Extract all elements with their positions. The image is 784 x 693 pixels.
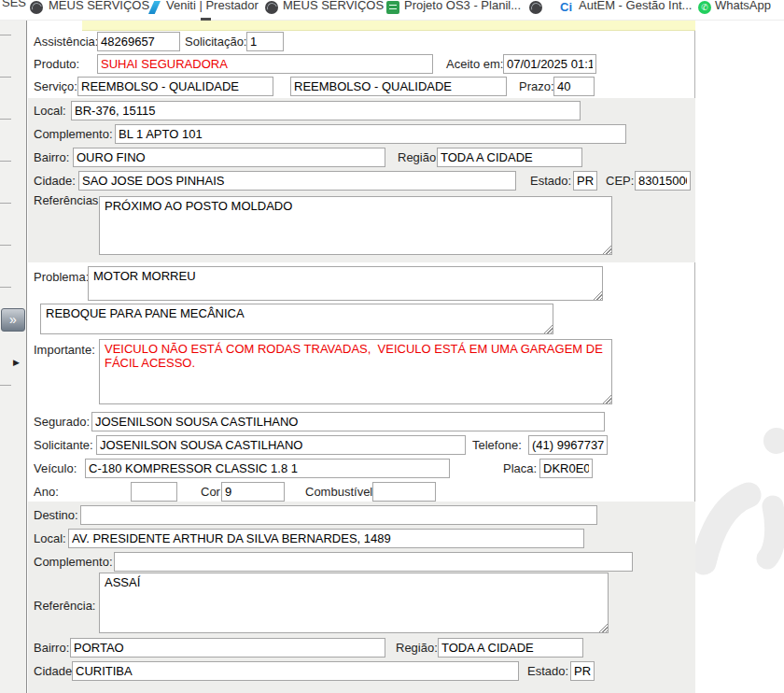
destino-estado-label: Estado:: [527, 663, 568, 679]
placa-input[interactable]: [539, 459, 593, 478]
local-label: Local:: [34, 103, 66, 119]
assistencia-label: Assistência:: [34, 34, 98, 50]
bookmark-label: MEUS SERVIÇOS: [283, 0, 384, 15]
cor-input[interactable]: [221, 482, 285, 502]
regiao-input[interactable]: [437, 148, 582, 167]
problema-textarea[interactable]: MOTOR MORREU: [88, 266, 603, 301]
telefone-label: Telefone:: [472, 437, 522, 453]
estado-label: Estado:: [530, 173, 571, 189]
estado-input[interactable]: [573, 171, 597, 191]
assistance-form: Assistência: Solicitação: Produto: Aceit…: [28, 21, 695, 693]
whatsapp-icon: ✆: [698, 1, 711, 14]
segurado-input[interactable]: [91, 412, 605, 431]
veiculo-label: Veículo:: [34, 460, 77, 476]
bairro-label: Bairro:: [34, 149, 69, 165]
bookmark-label: WhatsApp: [715, 0, 771, 15]
prazo-label: Prazo:: [519, 78, 554, 94]
local-input[interactable]: [71, 101, 581, 120]
veniti-icon: [148, 1, 161, 14]
destino-bairro-label: Bairro:: [34, 640, 69, 656]
telefone-input[interactable]: [528, 435, 608, 455]
assistencia-input[interactable]: [97, 32, 180, 51]
complemento-label: Complemento:: [34, 126, 113, 142]
placa-label: Placa:: [503, 460, 537, 476]
servico-input[interactable]: [77, 77, 273, 96]
solicitante-label: Solicitante:: [34, 437, 93, 453]
complemento-input[interactable]: [115, 124, 626, 144]
destino-bairro-input[interactable]: [70, 638, 385, 658]
combustivel-label: Combustível:: [305, 484, 376, 500]
bookmark-clipped-text[interactable]: SES: [2, 0, 26, 9]
cidade-input[interactable]: [78, 171, 516, 191]
panel-divider: [0, 35, 11, 35]
servico-label: Serviço:: [34, 78, 77, 94]
panel-divider: [0, 119, 11, 120]
globe-icon: [30, 1, 43, 14]
destino-label: Destino:: [34, 507, 78, 523]
produto-input[interactable]: [97, 54, 433, 74]
problema-label: Problema:: [34, 269, 89, 285]
destino-cidade-input[interactable]: [72, 661, 519, 681]
destino-regiao-label: Região:: [396, 640, 438, 656]
bookmark-label: MEUS SERVIÇOS: [49, 0, 149, 15]
globe-icon: [529, 1, 542, 14]
panel-divider: [0, 385, 11, 386]
globe-icon: [265, 1, 278, 14]
cor-label: Cor:: [201, 484, 224, 500]
combustivel-input[interactable]: [372, 482, 436, 502]
destino-input[interactable]: [80, 505, 597, 525]
header-strip: [82, 21, 695, 31]
destino-local-label: Local:: [34, 530, 66, 546]
solicitante-input[interactable]: [96, 435, 466, 455]
destino-local-input[interactable]: [68, 529, 584, 548]
solicitacao-label: Solicitação:: [185, 34, 246, 50]
panel-divider: [0, 203, 11, 204]
servico-descricao-textarea[interactable]: REBOQUE PARA PANE MECÂNICA: [40, 304, 553, 334]
importante-label: Importante:: [34, 342, 95, 358]
spreadsheet-icon: [386, 1, 399, 14]
ano-input[interactable]: [131, 482, 177, 502]
bookmark-label: AutEM - Gestão Int...: [579, 0, 692, 15]
importante-textarea[interactable]: VEICULO NÃO ESTÁ COM RODAS TRAVADAS, VEI…: [99, 339, 612, 404]
destino-estado-input[interactable]: [570, 661, 595, 681]
produto-label: Produto:: [34, 56, 79, 72]
bookmark-label: Projeto OS3 - Planil...: [404, 0, 521, 15]
expand-panel-button[interactable]: »: [1, 308, 25, 332]
destino-referencia-label: Referência:: [34, 598, 95, 614]
veiculo-input[interactable]: [85, 459, 450, 478]
destino-referencia-textarea[interactable]: ASSAÍ: [99, 573, 609, 633]
panel-arrow-icon[interactable]: ▶: [13, 358, 20, 367]
referencias-label: Referências:: [34, 192, 102, 208]
segurado-label: Segurado:: [34, 414, 90, 430]
logo-watermark: [691, 392, 784, 607]
bookmarks-bar: SES MEUS SERVIÇOS Veniti | Prestador MEU…: [0, 0, 784, 21]
bairro-input[interactable]: [73, 148, 385, 167]
panel-divider: [0, 245, 11, 246]
collapsed-side-panel: » ▶: [0, 21, 27, 693]
cidade-label: Cidade:: [34, 173, 76, 189]
referencias-textarea[interactable]: PRÓXIMO AO POSTO MOLDADO: [99, 196, 612, 255]
panel-divider: [0, 287, 11, 288]
cep-input[interactable]: [635, 171, 691, 191]
autem-icon: Ci: [560, 1, 572, 14]
destino-complemento-label: Complemento:: [34, 554, 113, 570]
bookmark-label: Veniti | Prestador: [166, 0, 259, 15]
ano-label: Ano:: [34, 484, 59, 500]
solicitacao-input[interactable]: [246, 32, 284, 51]
cep-label: CEP:: [606, 173, 634, 189]
panel-divider: [0, 161, 11, 162]
destino-cidade-label: Cidade:: [34, 663, 76, 679]
regiao-label: Região:: [398, 149, 440, 165]
prazo-input[interactable]: [553, 77, 595, 96]
servico-input-2[interactable]: [290, 77, 507, 96]
aceito-em-input[interactable]: [503, 54, 596, 74]
panel-divider: [0, 77, 11, 78]
destino-complemento-input[interactable]: [114, 552, 633, 572]
destino-regiao-input[interactable]: [438, 638, 583, 658]
aceito-em-label: Aceito em:: [446, 56, 503, 72]
